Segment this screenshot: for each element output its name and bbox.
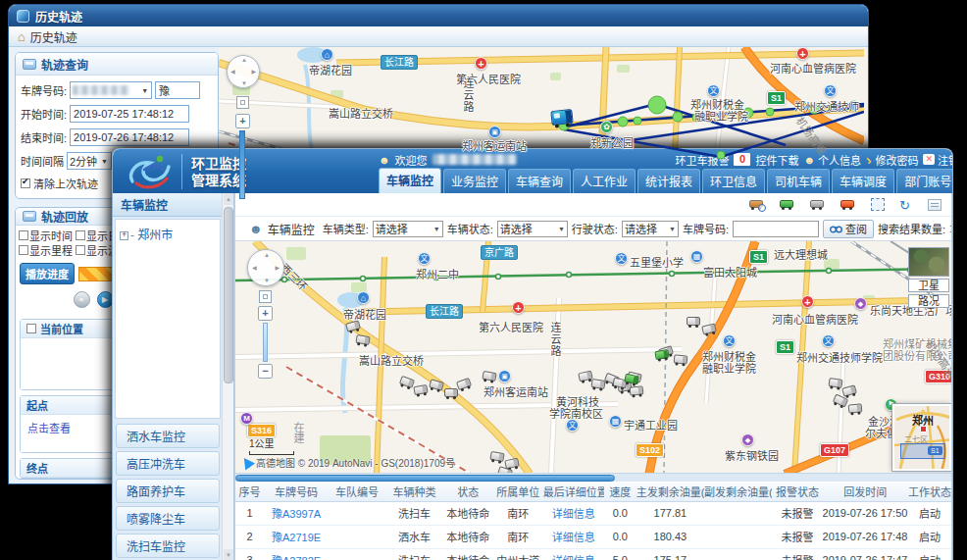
- checkbox[interactable]: [19, 230, 28, 240]
- vehicle-marker[interactable]: [674, 354, 688, 364]
- vehicle-marker[interactable]: [828, 378, 842, 388]
- column-header[interactable]: 车辆种类: [385, 482, 442, 501]
- map-label: 宇通工业园: [624, 417, 678, 433]
- plate-link[interactable]: 豫A2719E: [264, 525, 329, 548]
- rewind-button[interactable]: «: [74, 291, 90, 308]
- map-label: 郑州交通技师学院: [796, 349, 883, 365]
- list-view-icon[interactable]: [928, 199, 942, 211]
- history-map[interactable]: 帝湖花园长江路第六人民医院连云路嵩山路立交桥郑州客运南站郑新公园郑州财税金融职业…: [219, 47, 868, 484]
- table-row[interactable]: 1豫A3997A洗扫车本地待命南环详细信息0.0177.81未报警2019-07…: [235, 501, 951, 525]
- map-center-button[interactable]: [259, 290, 272, 303]
- column-header[interactable]: 车队编号: [329, 482, 385, 501]
- start-time-input[interactable]: [70, 105, 189, 123]
- table-row[interactable]: 3豫A2782E洗扫车本地待命中州大道详细信息5.0175.17未报警2019-…: [235, 548, 951, 560]
- tracked-vehicle-icon[interactable]: [550, 109, 573, 126]
- amap-logo: [239, 455, 255, 471]
- table-cell: [329, 501, 385, 525]
- vehicle-marker-active[interactable]: [624, 374, 639, 385]
- table-cell: 本地待命: [443, 501, 493, 525]
- vehicle-marker[interactable]: [489, 451, 504, 462]
- map-pan-control[interactable]: ▲▼◀▶: [247, 249, 284, 286]
- logout-link[interactable]: ✕注销: [923, 152, 952, 168]
- table-row[interactable]: 2豫A2719E洒水车本地待命南环详细信息0.0180.43未报警2019-07…: [235, 525, 951, 548]
- map-label: 学院南校区: [549, 405, 603, 421]
- building-icon: [690, 250, 703, 263]
- vehicle-marker[interactable]: [630, 385, 644, 395]
- view-start-link[interactable]: 点击查看: [21, 415, 77, 440]
- home-icon: ⌂: [18, 30, 25, 43]
- plate-link[interactable]: 豫A2782E: [264, 548, 329, 560]
- tab-9[interactable]: 部门账号: [896, 169, 952, 193]
- back-window-titlebar[interactable]: 历史轨迹: [9, 5, 868, 26]
- plate-select[interactable]: ▼: [70, 81, 152, 99]
- column-header[interactable]: 回发时间: [823, 482, 909, 501]
- password-link[interactable]: ¬修改密码: [866, 152, 918, 168]
- satellite-thumbnail[interactable]: [908, 247, 949, 277]
- vehicle-marker[interactable]: [444, 388, 458, 397]
- table-cell: [704, 525, 772, 548]
- detail-link[interactable]: 详细信息: [543, 525, 604, 548]
- checkbox[interactable]: [76, 245, 85, 255]
- detail-link[interactable]: 详细信息: [543, 548, 604, 560]
- zoom-in-button[interactable]: +: [235, 114, 250, 128]
- sidebar-section-2[interactable]: 高压冲洗车: [116, 451, 220, 476]
- plate-region-input[interactable]: [155, 81, 200, 99]
- column-header[interactable]: 车牌号码: [264, 482, 329, 501]
- sidebar-section-1[interactable]: 洒水车监控: [116, 424, 220, 448]
- vehicle-marker[interactable]: [848, 403, 863, 413]
- vehicle-marker[interactable]: [482, 371, 496, 382]
- zoom-in-button[interactable]: +: [258, 306, 273, 321]
- select-region-icon[interactable]: [871, 198, 885, 211]
- zoom-slider[interactable]: [263, 323, 268, 362]
- sidebar-section-3[interactable]: 路面养护车: [116, 479, 220, 503]
- map-label: 紫东钢铁园: [725, 447, 779, 463]
- scroll-down-icon[interactable]: ▼: [224, 549, 233, 560]
- school-icon: [824, 84, 837, 97]
- interval-select[interactable]: 2分钟 ▼: [67, 152, 112, 170]
- plate-link[interactable]: 豫A3997A: [264, 501, 329, 525]
- column-header[interactable]: 最后详细位置: [543, 482, 604, 501]
- traffic-layer-button[interactable]: 路况: [908, 294, 949, 308]
- current-position-checkbox[interactable]: [26, 324, 36, 333]
- column-header[interactable]: 状态: [443, 482, 493, 501]
- play-progress-button[interactable]: 播放进度: [20, 263, 75, 284]
- column-header[interactable]: 序号: [235, 482, 264, 501]
- vehicle-marker[interactable]: [687, 317, 700, 326]
- sidebar-section-4[interactable]: 喷雾降尘车: [116, 506, 220, 531]
- table-cell: 3: [235, 548, 264, 560]
- column-header[interactable]: 工作状态: [908, 482, 951, 501]
- map-label: 五里堡小学: [630, 254, 684, 270]
- tree-node-zhengzhou[interactable]: 郑州市: [137, 229, 173, 242]
- table-cell: 0.0: [604, 501, 636, 525]
- column-header[interactable]: 速度: [604, 482, 636, 501]
- tree-expand-icon[interactable]: [120, 231, 128, 240]
- bus-icon: [488, 126, 501, 138]
- detail-link[interactable]: 详细信息: [543, 501, 604, 525]
- column-header[interactable]: 报警状态: [772, 482, 822, 501]
- zoom-out-button[interactable]: −: [258, 364, 273, 379]
- sidebar-section-5[interactable]: 洗扫车监控: [116, 534, 220, 558]
- map-label: 富田太阳城: [703, 264, 757, 280]
- satellite-layer-button[interactable]: 卫星: [908, 279, 949, 292]
- table-cell: 启动: [908, 501, 951, 525]
- minimap-city-label: 郑州: [912, 412, 934, 428]
- clear-track-checkbox[interactable]: [21, 178, 30, 188]
- map-pan-control[interactable]: ▲▼◀▶: [227, 55, 260, 88]
- checkbox[interactable]: [19, 245, 28, 255]
- play-button[interactable]: ▶: [97, 291, 114, 308]
- app-logo: [125, 154, 176, 189]
- overview-minimap[interactable]: 郑州 二七区 S1: [892, 404, 951, 471]
- current-position-label: 当前位置: [40, 321, 83, 336]
- school-icon: [418, 252, 431, 265]
- refresh-icon[interactable]: ↻: [899, 199, 913, 211]
- column-header[interactable]: 所属单位: [493, 482, 543, 501]
- column-header[interactable]: 主发剩余油量(L): [636, 482, 704, 501]
- zoom-slider[interactable]: [239, 130, 245, 199]
- vehicle-marker[interactable]: [355, 334, 370, 345]
- hospital-icon: [475, 57, 487, 70]
- map-center-button[interactable]: [236, 96, 249, 109]
- checkbox[interactable]: [76, 230, 85, 240]
- end-time-input[interactable]: [70, 128, 189, 146]
- column-header[interactable]: 副发剩余油量(L): [704, 482, 772, 501]
- table-cell: 中州大道: [493, 548, 543, 560]
